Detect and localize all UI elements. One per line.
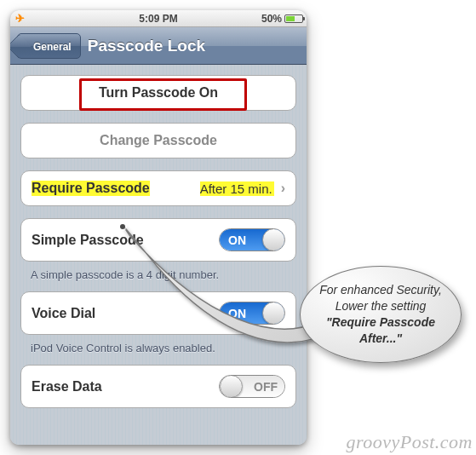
battery-icon — [284, 14, 303, 23]
toggle-knob — [262, 302, 285, 325]
voice-dial-row: Voice Dial OFF ON — [21, 292, 295, 334]
simple-passcode-row: Simple Passcode OFF ON — [21, 219, 295, 261]
group-simple: Simple Passcode OFF ON — [20, 218, 296, 262]
require-passcode-value: After 15 min. — [200, 181, 274, 196]
voice-dial-toggle[interactable]: OFF ON — [219, 302, 285, 325]
change-passcode-label: Change Passcode — [100, 133, 217, 148]
erase-data-toggle[interactable]: OFF ON — [219, 375, 285, 398]
require-passcode-label: Require Passcode — [32, 181, 150, 196]
erase-data-row: Erase Data OFF ON — [21, 366, 295, 407]
watermark: groovyPost.com — [346, 431, 473, 453]
back-button[interactable]: General — [17, 33, 81, 59]
toggle-knob — [262, 228, 285, 251]
require-passcode-row[interactable]: Require Passcode After 15 min. › — [21, 171, 295, 205]
group-erase: Erase Data OFF ON — [20, 365, 296, 408]
back-button-label: General — [33, 41, 72, 53]
group-require: Require Passcode After 15 min. › — [20, 170, 296, 206]
annotation-anchor-dot — [120, 224, 125, 229]
status-right: 50% — [261, 13, 303, 25]
group-voice: Voice Dial OFF ON — [20, 291, 296, 335]
annotation-callout: For enhanced Security, Lower the setting… — [300, 266, 462, 363]
status-time: 5:09 PM — [139, 13, 177, 25]
page-title: Passcode Lock — [88, 37, 205, 55]
simple-passcode-footer: A simple passcode is a 4 digit number. — [20, 267, 296, 291]
toggle-knob — [220, 375, 243, 398]
simple-passcode-label: Simple Passcode — [32, 233, 144, 248]
status-left: ✈ — [15, 12, 25, 25]
battery-percent: 50% — [261, 13, 282, 25]
simple-passcode-toggle[interactable]: OFF ON — [219, 228, 285, 251]
voice-dial-label: Voice Dial — [32, 306, 95, 321]
chevron-right-icon: › — [281, 181, 285, 196]
airplane-mode-icon: ✈ — [15, 12, 25, 25]
erase-data-label: Erase Data — [32, 379, 102, 395]
voice-dial-footer: iPod Voice Control is always enabled. — [20, 340, 296, 365]
nav-bar: General Passcode Lock — [10, 27, 307, 65]
device-frame: ✈ 5:09 PM 50% General Passcode Lock Turn… — [10, 10, 307, 445]
turn-passcode-on-button[interactable]: Turn Passcode On — [21, 76, 295, 110]
content-area[interactable]: Turn Passcode On Change Passcode Require… — [10, 65, 307, 445]
status-bar: ✈ 5:09 PM 50% — [10, 10, 307, 27]
group-turn-on: Turn Passcode On — [20, 75, 296, 111]
callout-text: For enhanced Security, Lower the setting — [319, 283, 442, 313]
turn-passcode-on-label: Turn Passcode On — [99, 85, 218, 101]
callout-bold: "Require Passcode After..." — [326, 315, 435, 345]
group-change: Change Passcode — [20, 123, 296, 158]
change-passcode-button[interactable]: Change Passcode — [21, 124, 295, 158]
